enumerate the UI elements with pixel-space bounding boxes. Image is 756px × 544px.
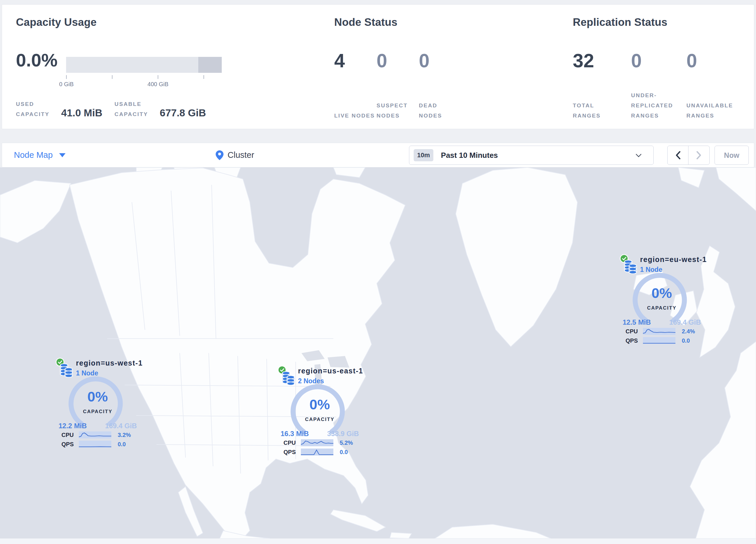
gauge-capacity-label: CAPACITY	[617, 305, 707, 311]
view-selector-dropdown[interactable]: Node Map	[14, 143, 66, 167]
gauge-capacity-label: CAPACITY	[53, 409, 143, 415]
breadcrumb[interactable]: Cluster	[216, 143, 254, 167]
total-ranges-label: TOTAL RANGES	[573, 100, 631, 121]
prev-time-button[interactable]	[668, 146, 688, 164]
qps-value: 0.0	[340, 449, 348, 456]
cpu-sparkline	[643, 328, 675, 335]
prev-arrow-icon	[675, 151, 681, 159]
cpu-sparkline	[79, 431, 111, 438]
dead-nodes-value: 0	[419, 51, 461, 70]
gauge-total-value: 169.4 GiB	[669, 318, 701, 327]
gauge-total-value: 338.9 GiB	[327, 430, 359, 438]
next-time-button[interactable]	[688, 146, 709, 164]
node-map[interactable]: region=us-west-1 1 Node 0% CAPACITY 12.2…	[0, 167, 756, 538]
qps-label: QPS	[61, 441, 75, 448]
breadcrumb-label: Cluster	[228, 150, 254, 160]
total-ranges-value: 32	[573, 51, 631, 70]
used-capacity-value: 41.0 MiB	[61, 107, 102, 119]
live-nodes-label: LIVE NODES	[334, 110, 377, 121]
usable-capacity-label: USABLE CAPACITY	[115, 99, 152, 119]
cpu-label: CPU	[626, 328, 639, 335]
capacity-gauge: 0% CAPACITY 12.5 MiB 169.4 GiB	[617, 271, 707, 329]
suspect-nodes-label: SUSPECT NODES	[377, 100, 419, 121]
capacity-gauge: 0% CAPACITY 12.2 MiB 169.4 GiB	[53, 375, 143, 433]
qps-sparkline	[643, 337, 675, 344]
time-range-badge: 10m	[414, 149, 433, 161]
gauge-used-value: 16.3 MiB	[281, 430, 309, 438]
capacity-bar-reserved-segment	[198, 57, 222, 73]
capacity-usage-title: Capacity Usage	[16, 16, 97, 28]
used-capacity-label: USED CAPACITY	[16, 99, 53, 119]
tick-label-400: 400 GiB	[148, 81, 168, 88]
under-replicated-ranges-value: 0	[631, 51, 686, 70]
dropdown-chevron-icon	[635, 153, 642, 157]
gauge-capacity-label: CAPACITY	[275, 417, 365, 423]
gauge-used-value: 12.5 MiB	[623, 318, 651, 327]
cpu-value: 2.4%	[682, 328, 695, 335]
time-step-controls	[667, 146, 710, 165]
cpu-value: 5.2%	[340, 440, 353, 446]
time-range-dropdown[interactable]: 10m Past 10 Minutes	[409, 146, 654, 165]
suspect-nodes-value: 0	[377, 51, 419, 70]
cpu-label: CPU	[61, 432, 75, 438]
qps-sparkline	[301, 449, 333, 456]
usable-capacity-value: 677.8 GiB	[160, 107, 206, 119]
gauge-used-value: 12.2 MiB	[59, 422, 87, 430]
world-map	[0, 167, 756, 538]
location-pin-icon	[216, 150, 223, 160]
qps-value: 0.0	[118, 441, 126, 448]
view-selector-label: Node Map	[14, 150, 53, 160]
capacity-bar: 0 GiB 400 GiB	[66, 57, 222, 88]
qps-label: QPS	[626, 338, 639, 344]
map-toolbar: Node Map Cluster 10m Past 10 Minutes Now	[2, 143, 754, 167]
time-range-label: Past 10 Minutes	[441, 151, 498, 160]
gauge-total-value: 169.4 GiB	[105, 422, 137, 430]
gauge-percent: 0%	[617, 285, 707, 301]
node-status-title: Node Status	[334, 16, 397, 28]
cpu-value: 3.2%	[118, 432, 131, 438]
capacity-gauge: 0% CAPACITY 16.3 MiB 338.9 GiB	[275, 382, 365, 440]
region-label: region=us-west-1	[76, 359, 143, 367]
qps-value: 0.0	[682, 338, 690, 344]
unavailable-ranges-value: 0	[686, 51, 742, 70]
cpu-sparkline	[301, 439, 333, 446]
unavailable-ranges-label: UNAVAILABLE RANGES	[686, 100, 742, 121]
region-label: region=eu-west-1	[640, 255, 707, 264]
cluster-overview-panel: Capacity Usage 0.0% 0 GiB 400 GiB USED C…	[2, 4, 754, 129]
live-nodes-value: 4	[334, 51, 377, 70]
node-status-section: Node Status 4 0 0 LIVE NODES SUSPECT NOD…	[334, 5, 549, 129]
chevron-down-icon	[59, 153, 66, 157]
gauge-percent: 0%	[53, 389, 143, 405]
under-replicated-ranges-label: UNDER-REPLICATED RANGES	[631, 90, 686, 121]
qps-label: QPS	[283, 449, 297, 456]
region-label: region=us-east-1	[298, 367, 363, 375]
gauge-percent: 0%	[275, 396, 365, 413]
capacity-bar-track	[66, 57, 222, 73]
tick-label-0: 0 GiB	[59, 81, 74, 88]
dead-nodes-label: DEAD NODES	[419, 100, 461, 121]
capacity-percent: 0.0%	[16, 51, 58, 69]
capacity-usage-section: Capacity Usage 0.0% 0 GiB 400 GiB USED C…	[16, 5, 306, 129]
qps-sparkline	[79, 441, 111, 448]
next-arrow-icon	[696, 151, 702, 159]
replication-status-section: Replication Status 32 0 0 TOTAL RANGES U…	[573, 5, 753, 129]
capacity-bar-ticks	[66, 75, 222, 79]
cpu-label: CPU	[283, 440, 297, 446]
map-footer-strip	[0, 538, 756, 544]
now-button[interactable]: Now	[715, 146, 749, 165]
replication-status-title: Replication Status	[573, 16, 667, 28]
